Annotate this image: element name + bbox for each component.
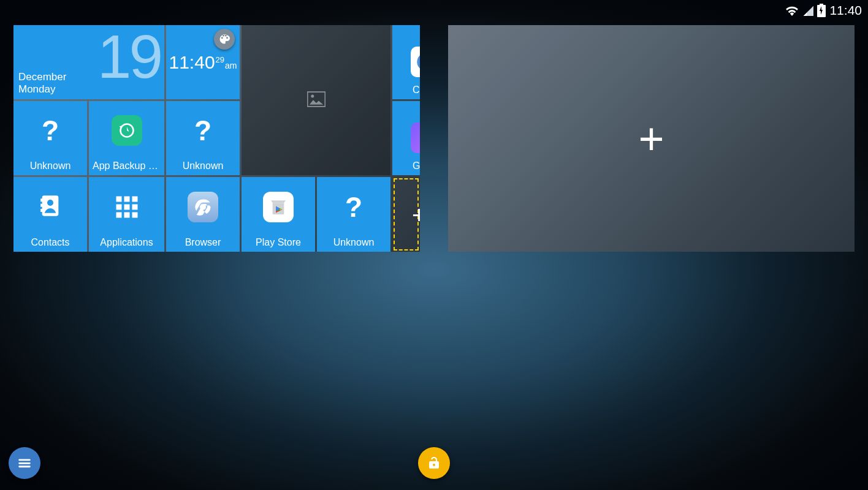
- tile-browser[interactable]: Browser: [166, 177, 240, 252]
- svg-rect-15: [18, 462, 31, 464]
- tile-grid: 19 December Monday 11:40 29 am: [13, 25, 420, 252]
- date-weekday: Monday: [18, 83, 55, 96]
- tile-label: Contacts: [17, 237, 83, 248]
- tile-label: Unknown: [321, 237, 387, 248]
- plus-icon: +: [638, 116, 664, 160]
- tile-app-backup[interactable]: App Backup &…: [89, 101, 164, 175]
- contacts-icon: [38, 194, 63, 221]
- svg-rect-7: [40, 198, 42, 202]
- apps-grid-icon: [116, 196, 137, 217]
- question-icon: ?: [345, 190, 362, 224]
- clock-tile[interactable]: 11:40 29 am: [166, 25, 240, 99]
- play-store-icon: [263, 192, 294, 222]
- image-placeholder-icon: [307, 91, 326, 110]
- clock-time: 11:40: [169, 52, 215, 73]
- clock-seconds: 29: [216, 55, 224, 64]
- tile-label: Applications: [93, 237, 161, 248]
- tile-unknown-1[interactable]: ? Unknown: [13, 101, 87, 175]
- tile-label: G: [413, 160, 420, 172]
- home-page-thumbnail-1[interactable]: 19 December Monday 11:40 29 am: [13, 25, 420, 252]
- tile-unknown-2[interactable]: ? Unknown: [166, 101, 240, 175]
- add-home-page-button[interactable]: +: [448, 25, 855, 252]
- tile-applications[interactable]: Applications: [89, 177, 164, 252]
- question-icon: ?: [194, 114, 211, 147]
- status-bar: 11:40: [779, 0, 868, 21]
- svg-rect-16: [18, 466, 31, 467]
- plus-icon: +: [412, 202, 420, 229]
- date-month: December: [18, 71, 66, 83]
- tile-play-store[interactable]: Play Store: [242, 177, 315, 252]
- tile-label: Browser: [170, 237, 236, 248]
- tile-label: Unknown: [17, 160, 83, 172]
- svg-rect-8: [40, 203, 42, 206]
- partial-tile-contacts[interactable]: C: [392, 25, 420, 99]
- theme-button[interactable]: [214, 29, 235, 50]
- tile-label: App Backup &…: [93, 160, 161, 172]
- tile-unknown-3[interactable]: ? Unknown: [317, 177, 390, 252]
- photo-widget-tile[interactable]: [242, 25, 390, 175]
- clock-ampm: am: [225, 61, 237, 70]
- backup-icon: [112, 115, 142, 146]
- question-icon: ?: [42, 114, 59, 147]
- tile-label: Play Store: [245, 237, 311, 248]
- app-icon: [411, 123, 420, 153]
- unlock-icon: [427, 456, 441, 470]
- svg-rect-14: [18, 459, 31, 461]
- svg-rect-9: [40, 209, 42, 212]
- battery-charging-icon: [817, 4, 826, 17]
- tile-label: Unknown: [170, 160, 236, 172]
- add-tile-placeholder[interactable]: +: [392, 177, 420, 252]
- browser-icon: [188, 192, 218, 222]
- unlock-button[interactable]: [418, 447, 450, 479]
- wifi-icon: [785, 5, 799, 16]
- svg-point-2: [417, 53, 420, 70]
- status-time: 11:40: [829, 3, 862, 18]
- app-icon: [411, 47, 420, 77]
- partial-tile-gallery[interactable]: G: [392, 101, 420, 175]
- svg-point-6: [47, 200, 53, 206]
- tile-contacts[interactable]: Contacts: [13, 177, 87, 252]
- cell-signal-icon: [802, 5, 813, 16]
- hamburger-icon: [17, 455, 32, 471]
- date-tile[interactable]: 19 December Monday: [13, 25, 164, 99]
- svg-point-1: [311, 94, 314, 97]
- tile-label: C: [413, 85, 420, 96]
- date-day-number: 19: [97, 25, 161, 92]
- menu-button[interactable]: [9, 447, 40, 479]
